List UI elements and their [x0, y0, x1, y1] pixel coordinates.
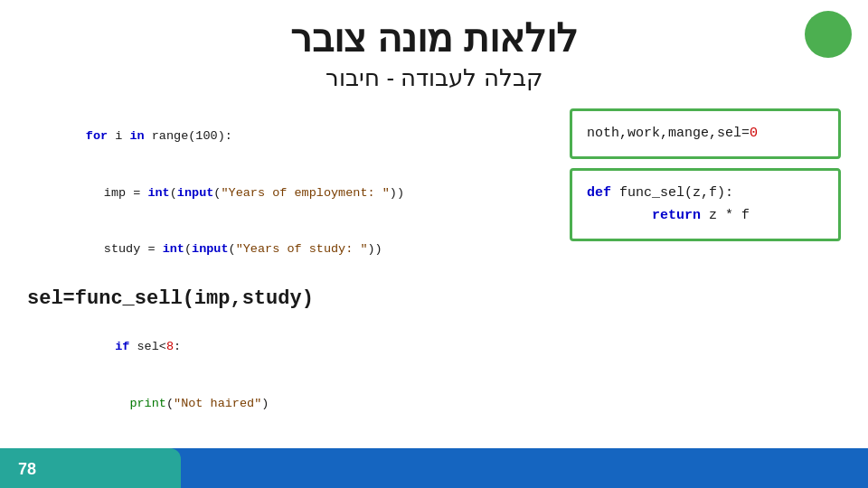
int-kw-2: int [163, 242, 184, 256]
print-not-haired: print("Not haired") [27, 376, 552, 433]
right-box-1: noth,work,mange,sel=0 [570, 108, 841, 159]
def-line: def func_sel(z,f): [587, 182, 824, 205]
print-kw-1: print [129, 397, 166, 410]
slide-title: לולאות מונה צובר [0, 0, 868, 61]
input-kw-2: input [192, 242, 229, 256]
bottom-bar: 78 [0, 448, 868, 488]
slide-subtitle: קבלה לעבודה - חיבור [0, 64, 868, 92]
def-keyword: def [587, 185, 611, 201]
green-circle-decoration [805, 11, 852, 58]
in-keyword: in [129, 129, 144, 143]
slide: לולאות מונה צובר קבלה לעבודה - חיבור for… [0, 0, 868, 488]
num-8: 8 [166, 340, 174, 353]
right-panel: noth,work,mange,sel=0 def func_sel(z,f):… [570, 108, 841, 488]
return-line: return z * f [587, 204, 824, 228]
left-code-panel: for i in range(100): imp = int(input("Ye… [27, 108, 552, 488]
big-code-line: sel=func_sell(imp,study) [27, 287, 552, 310]
for-line: for i in range(100): [27, 108, 552, 165]
if-kw: if [115, 340, 129, 353]
str-study: "Years of study: " [236, 242, 368, 256]
right-box-2: def func_sel(z,f): return z * f [570, 168, 841, 241]
study-line: study = int(input("Years of study: ")) [27, 222, 552, 279]
for-keyword: for [86, 129, 108, 143]
box1-text: noth,work,mange,sel=0 [587, 126, 758, 141]
return-keyword: return [652, 208, 701, 223]
str-not-haired: "Not haired" [174, 397, 261, 410]
main-content: for i in range(100): imp = int(input("Ye… [0, 99, 868, 488]
str-employment: "Years of employment: " [221, 186, 389, 200]
input-kw-1: input [177, 186, 214, 200]
page-number: 78 [18, 460, 36, 479]
imp-line: imp = int(input("Years of employment: ")… [27, 165, 552, 222]
int-kw-1: int [147, 186, 169, 200]
if-line: if sel<8: [27, 319, 552, 376]
zero-value: 0 [750, 126, 758, 141]
